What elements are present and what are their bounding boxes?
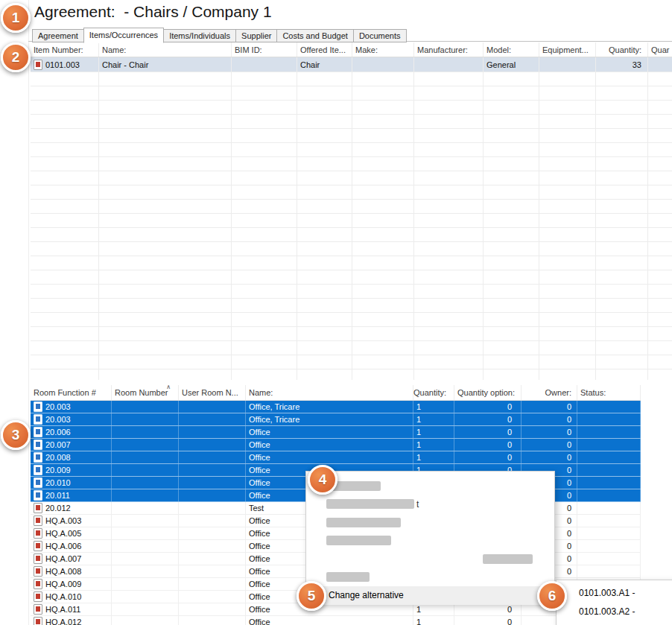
user-room-number: [179, 489, 246, 501]
column-header-room-function[interactable]: Room Function #: [31, 385, 112, 400]
room-number: [112, 451, 179, 463]
callout-badge: 3: [1, 420, 31, 450]
submenu-item[interactable]: 0101.003.A1 -: [557, 583, 672, 602]
column-header-name[interactable]: Name:: [99, 42, 232, 57]
tab-label: Costs and Budget: [282, 31, 347, 40]
room-name: Office, Tricare: [246, 401, 413, 413]
redacted-menu-text: [326, 572, 370, 582]
room-quantity: 1: [413, 451, 454, 463]
context-menu-item[interactable]: [306, 477, 554, 495]
item-make: [352, 57, 414, 72]
document-icon: [34, 541, 42, 551]
column-header-status[interactable]: Status:: [577, 385, 641, 400]
room-quantity-option: 0: [454, 401, 522, 413]
column-header-quantity-2[interactable]: Quar: [648, 42, 672, 57]
column-header-make[interactable]: Make:: [352, 42, 414, 57]
room-number: [112, 439, 179, 451]
column-header-bim-id[interactable]: BIM ID:: [232, 42, 297, 57]
document-icon: [34, 427, 42, 437]
room-function-number: HQ.A.006: [45, 542, 81, 551]
context-menu-item[interactable]: t: [306, 495, 554, 514]
room-quantity-option: 0: [454, 451, 522, 463]
column-header-item-number[interactable]: Item Number:: [31, 42, 99, 57]
room-quantity: 1: [413, 616, 454, 625]
context-menu-item[interactable]: [306, 513, 554, 532]
tab[interactable]: Items/Occurrences: [83, 28, 164, 43]
callout-badge: 1: [1, 3, 31, 33]
table-row[interactable]: 20.003 Office, Tricare 1 0 0: [31, 401, 641, 413]
room-status: [577, 439, 641, 451]
items-grid-body: 0101.003 Chair - Chair Chair General 33: [31, 57, 672, 72]
room-function-number: 20.006: [45, 428, 71, 437]
tab[interactable]: Documents: [353, 29, 407, 42]
context-menu-item[interactable]: [306, 568, 554, 587]
table-row[interactable]: HQ.A.011 Office 1 0 0: [31, 603, 641, 616]
submenu-item-label: 0101.003.A1 -: [579, 588, 635, 598]
tab-label: Supplier: [241, 31, 271, 40]
room-function-number: HQ.A.010: [45, 592, 81, 601]
room-function-number: HQ.A.008: [45, 567, 81, 576]
user-room-number: [179, 451, 246, 463]
column-header-quantity-option[interactable]: Quantity option:: [454, 385, 522, 400]
room-function-number: HQ.A.012: [45, 618, 81, 625]
table-row[interactable]: 20.003 Office, Tricare 1 0 0: [31, 413, 641, 426]
room-quantity-option: 0: [454, 426, 522, 438]
room-number: [112, 502, 179, 514]
room-status: [577, 451, 641, 463]
column-header-name[interactable]: Name:: [246, 385, 413, 400]
column-header-quantity[interactable]: Quantity:: [596, 42, 648, 57]
room-function-number: HQ.A.009: [45, 580, 81, 588]
column-header-room-number[interactable]: ∧ Room Number: [112, 385, 179, 400]
column-header-manufacturer[interactable]: Manufacturer:: [414, 42, 484, 57]
document-icon: [34, 528, 42, 539]
room-owner: 0: [522, 451, 577, 463]
submenu-item-label: 0101.003.A2 -: [579, 606, 635, 617]
table-row[interactable]: 20.007 Office 1 0 0: [31, 439, 641, 451]
context-menu-item[interactable]: [306, 550, 554, 568]
tab[interactable]: Supplier: [235, 29, 277, 42]
context-menu-item[interactable]: Change alternative: [306, 586, 554, 605]
document-icon: [34, 465, 42, 475]
column-header-owner[interactable]: Owner:: [522, 385, 577, 400]
context-menu-item[interactable]: [306, 532, 554, 551]
tab[interactable]: Costs and Budget: [276, 29, 353, 42]
document-icon: [34, 515, 42, 526]
redacted-menu-text: [326, 481, 381, 491]
table-row[interactable]: 20.006 Office 1 0 0: [31, 426, 641, 439]
redacted-menu-text: [326, 518, 401, 527]
room-function-number: 20.009: [45, 466, 71, 475]
table-row[interactable]: 0101.003 Chair - Chair Chair General 33: [31, 57, 672, 72]
document-icon: [34, 503, 42, 513]
document-icon: [34, 60, 42, 70]
user-room-number: [179, 426, 246, 438]
column-header-offered-item[interactable]: Offered Ite...: [297, 42, 352, 57]
item-bim-id: [232, 57, 297, 72]
column-header-equipment[interactable]: Equipment...: [539, 42, 596, 57]
table-row[interactable]: 20.008 Office 1 0 0: [31, 451, 641, 464]
tab-label: Items/Individuals: [169, 31, 230, 40]
document-icon: [34, 414, 42, 425]
document-icon: [34, 490, 42, 501]
user-room-number: [179, 515, 246, 527]
tab[interactable]: Items/Individuals: [163, 29, 236, 42]
menu-item-label: Change alternative: [329, 590, 404, 600]
room-number: [112, 464, 179, 476]
column-header-quantity[interactable]: Quantity:: [413, 385, 454, 400]
room-owner: 0: [522, 426, 577, 438]
column-header-model[interactable]: Model:: [484, 42, 539, 57]
table-row[interactable]: HQ.A.012 Office 1 0 0: [31, 616, 641, 625]
document-icon: [34, 553, 42, 564]
room-number: [112, 527, 179, 539]
document-icon: [34, 566, 42, 577]
user-room-number: [179, 439, 246, 451]
context-menu: t Change alternative: [305, 471, 555, 604]
room-status: [577, 502, 641, 514]
column-header-user-room-number[interactable]: User Room N...: [179, 385, 246, 400]
user-room-number: [179, 603, 246, 615]
room-quantity: 1: [413, 603, 454, 615]
tab[interactable]: Agreement: [32, 29, 84, 42]
submenu-item[interactable]: 0101.003.A2 -: [557, 602, 672, 621]
user-room-number: [179, 565, 246, 577]
room-function-number: HQ.A.003: [45, 516, 81, 525]
room-function-number: HQ.A.007: [45, 554, 81, 563]
